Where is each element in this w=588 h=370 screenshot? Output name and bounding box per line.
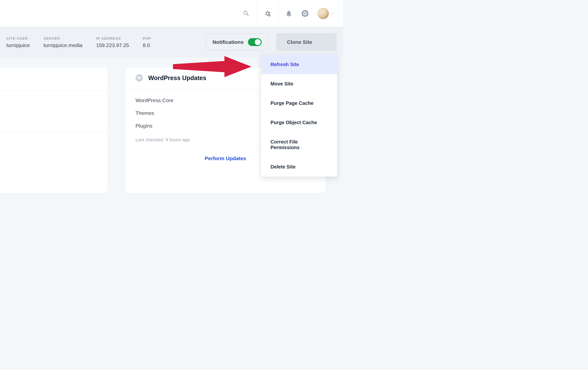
dropdown-item-correct-file-permissions[interactable]: Correct File Permissions [261,132,337,157]
caret-down-icon [329,41,331,44]
bell-icon[interactable] [285,10,293,17]
ip-value: 159.223.97.25 [96,42,129,48]
php-col: PHP 8.0 [143,36,151,48]
site-user-col: SITE USER turnipjuice [6,36,30,48]
clone-site-dropdown-toggle[interactable] [323,33,337,51]
search-region [236,0,257,27]
ip-label: IP ADDRESS [96,36,129,40]
svg-point-0 [269,15,271,17]
dropdown-item-purge-page-cache[interactable]: Purge Page Cache [261,94,337,113]
left-card-1 [0,67,108,90]
left-card-2 [0,90,108,132]
server-label: SERVER [44,36,83,40]
server-value: turnipjuice.media [44,42,83,48]
toggle-on-icon [248,38,262,46]
ip-col: IP ADDRESS 159.223.97.25 [96,36,129,48]
dropdown-item-move-site[interactable]: Move Site [261,74,337,94]
left-card-3 [0,132,108,193]
php-label: PHP [143,36,151,40]
lifebuoy-icon[interactable] [301,10,309,17]
user-menu[interactable] [318,8,334,19]
clone-site-dropdown: Refresh Site Move Site Purge Page Cache … [261,55,337,177]
clone-site-label: Clone Site [276,33,323,51]
gear-icon[interactable] [264,10,271,17]
dropdown-item-refresh-site[interactable]: Refresh Site [261,55,337,74]
site-user-value: turnipjuice [6,42,30,48]
dropdown-item-purge-object-cache[interactable]: Purge Object Cache [261,113,337,132]
server-col: SERVER turnipjuice.media [44,36,83,48]
settings-region [257,0,278,27]
wordpress-icon: W [135,74,143,82]
perform-updates-link[interactable]: Perform Updates [205,155,246,161]
wp-card-title: WordPress Updates [148,74,206,82]
right-cluster [278,8,334,19]
dropdown-item-delete-site[interactable]: Delete Site [261,157,337,177]
left-column [0,67,108,193]
clone-site-button[interactable]: Clone Site [276,33,337,51]
topbar [0,0,343,27]
notifications-toggle[interactable]: Notifications [206,34,268,51]
php-value: 8.0 [143,42,151,48]
info-strip: SITE USER turnipjuice SERVER turnipjuice… [0,27,343,57]
avatar [318,8,329,19]
notifications-label: Notifications [212,39,244,45]
chevron-down-icon [331,12,334,15]
site-user-label: SITE USER [6,36,30,40]
search-icon[interactable] [243,10,250,17]
